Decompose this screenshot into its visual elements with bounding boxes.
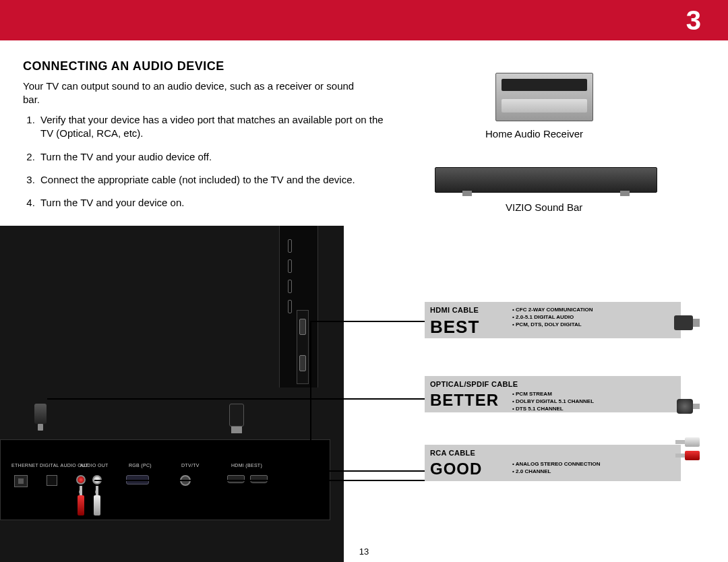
hdmi-plug-icon (226, 404, 247, 433)
hdmi-connector-icon (673, 315, 700, 330)
step-2: Turn the TV and your audio device off. (38, 150, 387, 164)
good-rating: GOOD (430, 460, 482, 478)
page-footer: 13 (0, 547, 728, 557)
optical-plug-icon (32, 404, 49, 431)
callout-good: RCA CABLE GOOD ANALOG STEREO CONNECTION … (425, 445, 681, 481)
soundbar-illustration (435, 167, 657, 193)
good-bullets: ANALOG STEREO CONNECTION 2.0 CHANNEL (512, 461, 601, 476)
good-bullet-2: 2.0 CHANNEL (512, 468, 601, 476)
best-bullet-1: CFC 2-WAY COMMUNICATION (512, 307, 593, 314)
header-bar: 3 (0, 0, 728, 40)
section-heading: CONNECTING AN AUDIO DEVICE (23, 59, 224, 73)
label-ethernet: ETHERNET (11, 463, 38, 468)
better-bullet-3: DTS 5.1 CHANNEL (512, 406, 594, 413)
better-cable-name: OPTICAL/SPDIF CABLE (430, 380, 518, 388)
chapter-number: 3 (686, 5, 701, 36)
best-rating: BEST (430, 317, 479, 338)
better-bullet-2: DOLBY DIGITAL 5.1 CHANNEL (512, 398, 594, 406)
rca-white-plug-icon (94, 486, 100, 516)
wire-line (47, 398, 425, 400)
good-bullet-1: ANALOG STEREO CONNECTION (512, 461, 601, 468)
best-bullets: CFC 2-WAY COMMUNICATION 2.0-5.1 DIGITAL … (512, 307, 593, 328)
wire-line (78, 470, 425, 472)
rca-right-port-icon (76, 475, 86, 485)
better-rating: BETTER (430, 391, 499, 410)
step-3: Connect the appropriate cable (not inclu… (38, 173, 387, 187)
ethernet-port-icon (14, 475, 28, 487)
label-dtv: DTV/TV (181, 463, 200, 468)
hdmi-vertical-ports (297, 310, 309, 384)
callout-better: OPTICAL/SPDIF CABLE BETTER PCM STREAM DO… (425, 376, 681, 412)
wire-line (310, 321, 425, 322)
intro-text: Your TV can output sound to an audio dev… (23, 80, 373, 107)
rca-connector-icon (666, 437, 700, 464)
step-4: Turn the TV and your device on. (38, 196, 387, 210)
wire-line (310, 321, 311, 456)
label-hdmi: HDMI (BEST) (231, 463, 262, 468)
good-cable-name: RCA CABLE (430, 449, 475, 457)
receiver-illustration (495, 73, 593, 121)
instruction-list: Verify that your device has a video port… (23, 113, 387, 219)
callout-best: HDMI CABLE BEST CFC 2-WAY COMMUNICATION … (425, 302, 681, 338)
receiver-label: Home Audio Receiver (485, 128, 583, 139)
label-audio-out: AUDIO OUT (80, 463, 109, 468)
optical-port-icon (47, 475, 57, 486)
better-bullet-1: PCM STREAM (512, 391, 594, 398)
best-cable-name: HDMI CABLE (430, 306, 479, 314)
label-rgb: RGB (PC) (129, 463, 152, 468)
wire-line (94, 480, 425, 481)
hdmi-port-2-icon (250, 475, 268, 483)
tv-back-panel: ETHERNET DIGITAL AUDIO OUT AUDIO OUT RGB… (0, 226, 344, 562)
soundbar-label: VIZIO Sound Bar (506, 201, 582, 213)
step-1: Verify that your device has a video port… (38, 113, 387, 141)
best-bullet-2: 2.0-5.1 DIGITAL AUDIO (512, 314, 593, 321)
optical-connector-icon (674, 399, 700, 414)
rca-red-plug-icon (78, 486, 84, 516)
better-bullets: PCM STREAM DOLBY DIGITAL 5.1 CHANNEL DTS… (512, 391, 594, 412)
hdmi-port-1-icon (227, 475, 245, 483)
best-bullet-3: PCM, DTS, DOLY DIGITAL (512, 321, 593, 329)
